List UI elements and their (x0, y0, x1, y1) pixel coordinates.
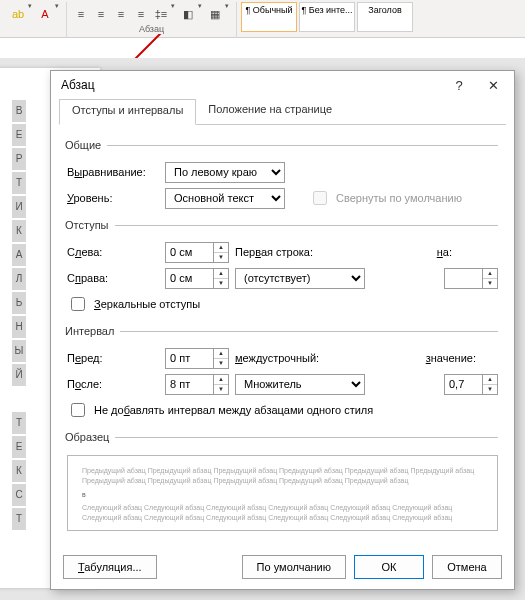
chevron-down-icon[interactable]: ▾ (28, 2, 35, 26)
style-heading[interactable]: Заголов (357, 2, 413, 32)
linespacing-select[interactable]: Множитель (235, 374, 365, 395)
chevron-down-icon[interactable]: ▾ (55, 2, 62, 26)
dialog-buttons: Табуляция... По умолчанию ОК Отмена (63, 555, 502, 579)
chevron-up-icon: ▲ (214, 243, 228, 253)
style-nospacing[interactable]: ¶ Без инте... (299, 2, 355, 32)
label-level: Уровень: (67, 192, 159, 204)
label-by: на: (437, 246, 452, 258)
by-spinner[interactable]: ▲▼ (444, 268, 498, 289)
label-value: значение: (426, 352, 476, 364)
line-spacing-button[interactable]: ‡≡ (152, 4, 170, 24)
shading-button[interactable]: ◧ (179, 4, 197, 24)
group-indent: Отступы Слева: ▲▼ Первая строка: на: Спр… (67, 219, 498, 319)
legend-general: Общие (65, 139, 107, 151)
label-left: Слева: (67, 246, 159, 258)
label-firstline: Первая строка: (235, 246, 355, 258)
firstline-select[interactable]: (отсутствует) (235, 268, 365, 289)
dialog-tabs: Отступы и интервалы Положение на страниц… (59, 99, 506, 125)
chevron-down-icon[interactable]: ▾ (198, 2, 205, 26)
align-justify-button[interactable]: ≡ (132, 4, 150, 24)
style-normal[interactable]: ¶ Обычный (241, 2, 297, 32)
vertical-text: В Е Р Т И К А Л Ь Н Ы Й Т Е К С Т (12, 100, 26, 532)
borders-button[interactable]: ▦ (206, 4, 224, 24)
chevron-down-icon: ▼ (214, 359, 228, 368)
close-button[interactable]: ✕ (476, 72, 510, 98)
ok-button[interactable]: ОК (354, 555, 424, 579)
label-alignment: Выравнивание: (67, 166, 159, 178)
alignment-select[interactable]: По левому краю (165, 162, 285, 183)
group-interval: Интервал Перед: ▲▼ междустрочный: значен… (67, 325, 498, 425)
chevron-up-icon: ▲ (483, 375, 497, 385)
ribbon-font-color-group: ab▾ A▾ (4, 2, 67, 38)
dialog-body: Общие Выравнивание: По левому краю Урове… (51, 125, 514, 543)
ribbon: ab▾ A▾ ≡ ≡ ≡ ≡ ‡≡▾ ◧▾ ▦▾ Абзац ¶ Обычный… (0, 0, 525, 38)
default-button[interactable]: По умолчанию (242, 555, 346, 579)
paragraph-dialog: Абзац ? ✕ Отступы и интервалы Положение … (50, 70, 515, 590)
label-collapse: Свернуты по умолчанию (336, 192, 462, 204)
dialog-titlebar: Абзац ? ✕ (51, 71, 514, 99)
legend-interval: Интервал (65, 325, 120, 337)
level-select[interactable]: Основной текст (165, 188, 285, 209)
tabs-button[interactable]: Табуляция... (63, 555, 157, 579)
left-indent-spinner[interactable]: ▲▼ (165, 242, 229, 263)
right-indent-spinner[interactable]: ▲▼ (165, 268, 229, 289)
ribbon-styles-gallery: ¶ Обычный ¶ Без инте... Заголов (237, 2, 417, 32)
align-left-button[interactable]: ≡ (72, 4, 90, 24)
chevron-down-icon: ▼ (214, 385, 228, 394)
chevron-up-icon: ▲ (214, 349, 228, 359)
label-after: После: (67, 378, 159, 390)
chevron-down-icon: ▼ (214, 253, 228, 262)
font-color-button[interactable]: A (36, 4, 54, 24)
label-linespacing: междустрочный: (235, 352, 355, 364)
value-spinner[interactable]: ▲▼ (444, 374, 498, 395)
group-preview: Образец Предыдущий абзац Предыдущий абза… (67, 431, 498, 533)
chevron-down-icon[interactable]: ▾ (171, 2, 178, 26)
label-nospace: Не добавлять интервал между абзацами одн… (94, 404, 373, 416)
align-right-button[interactable]: ≡ (112, 4, 130, 24)
tab-indents[interactable]: Отступы и интервалы (59, 99, 196, 125)
dialog-title: Абзац (61, 78, 442, 92)
preview-box: Предыдущий абзац Предыдущий абзац Предыд… (67, 455, 498, 531)
chevron-down-icon: ▼ (483, 385, 497, 394)
after-spinner[interactable]: ▲▼ (165, 374, 229, 395)
label-before: Перед: (67, 352, 159, 364)
mirror-checkbox[interactable] (71, 297, 85, 311)
chevron-down-icon: ▼ (483, 279, 497, 288)
label-right: Справа: (67, 272, 159, 284)
chevron-up-icon: ▲ (483, 269, 497, 279)
legend-indent: Отступы (65, 219, 115, 231)
collapse-checkbox (313, 191, 327, 205)
chevron-down-icon: ▼ (214, 279, 228, 288)
label-mirror: Зеркальные отступы (94, 298, 200, 310)
before-spinner[interactable]: ▲▼ (165, 348, 229, 369)
legend-preview: Образец (65, 431, 115, 443)
help-button[interactable]: ? (442, 72, 476, 98)
highlight-color-button[interactable]: ab (9, 4, 27, 24)
tab-position[interactable]: Положение на странице (196, 99, 344, 124)
ribbon-paragraph-group: ≡ ≡ ≡ ≡ ‡≡▾ ◧▾ ▦▾ Абзац (67, 2, 237, 38)
cancel-button[interactable]: Отмена (432, 555, 502, 579)
chevron-up-icon: ▲ (214, 269, 228, 279)
nospace-checkbox[interactable] (71, 403, 85, 417)
ribbon-group-label: Абзац (139, 24, 164, 34)
chevron-down-icon[interactable]: ▾ (225, 2, 232, 26)
group-general: Общие Выравнивание: По левому краю Урове… (67, 139, 498, 213)
chevron-up-icon: ▲ (214, 375, 228, 385)
align-center-button[interactable]: ≡ (92, 4, 110, 24)
